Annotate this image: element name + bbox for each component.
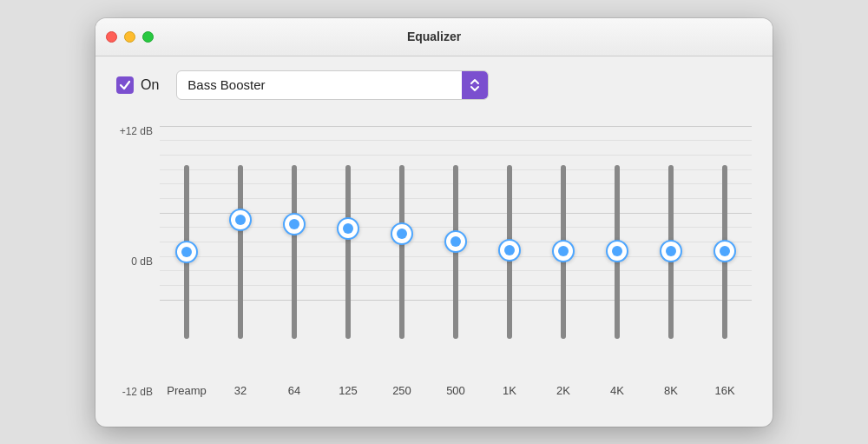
thumb-inner-500	[450, 236, 461, 247]
slider-col-4K: 4K	[590, 117, 644, 406]
minimize-button[interactable]	[124, 31, 135, 43]
preset-arrow-button[interactable]	[462, 71, 488, 99]
preset-value: Bass Booster	[177, 72, 462, 97]
slider-track-32[interactable]	[238, 165, 243, 339]
equalizer-area: +12 dB 0 dB -12 dB	[116, 117, 752, 406]
equalizer-window: Equalizer On Bass Booster	[95, 18, 773, 427]
preamp-thumb-inner	[181, 247, 192, 257]
slider-track-16K[interactable]	[722, 165, 727, 339]
slider-track-1K[interactable]	[507, 165, 512, 339]
preamp-label: Preamp	[167, 384, 207, 397]
slider-col-500: 500	[429, 117, 483, 406]
preamp-slider-thumb[interactable]	[175, 241, 198, 263]
thumb-inner-250	[397, 229, 407, 239]
slider-thumb-500[interactable]	[444, 230, 467, 253]
titlebar: Equalizer	[95, 18, 773, 56]
slider-track-container-16K	[698, 126, 752, 379]
slider-col-64: 64	[267, 117, 321, 406]
checkbox-box[interactable]	[116, 76, 134, 94]
slider-track-container-125	[321, 126, 375, 379]
slider-track-container-500	[429, 126, 483, 379]
slider-track-8K[interactable]	[668, 165, 674, 339]
slider-col-8K: 8K	[644, 117, 698, 406]
thumb-inner-8K	[666, 246, 676, 256]
slider-thumb-1K[interactable]	[498, 239, 521, 262]
close-button[interactable]	[106, 31, 117, 43]
db-label-top: +12 dB	[120, 126, 153, 136]
db-axis: +12 dB 0 dB -12 dB	[116, 117, 160, 406]
slider-track-2K[interactable]	[561, 165, 566, 339]
preamp-slider-track[interactable]	[184, 165, 189, 339]
slider-col-1K: 1K	[483, 117, 536, 406]
freq-label-2K: 2K	[556, 384, 570, 397]
slider-track-container-64	[267, 126, 321, 379]
slider-thumb-250[interactable]	[391, 222, 413, 245]
window-title: Equalizer	[407, 30, 461, 43]
slider-col-2K: 2K	[536, 117, 590, 406]
freq-label-16K: 16K	[714, 384, 734, 397]
thumb-inner-4K	[612, 246, 622, 256]
sliders-container: Preamp 32 64	[160, 117, 752, 406]
checkmark-icon	[119, 79, 131, 91]
freq-label-4K: 4K	[610, 384, 624, 397]
slider-col-250: 250	[375, 117, 429, 406]
slider-track-container-1K	[483, 126, 536, 379]
slider-thumb-2K[interactable]	[552, 240, 575, 262]
slider-col-32: 32	[214, 117, 267, 406]
thumb-inner-32	[235, 215, 246, 225]
slider-track-4K[interactable]	[615, 165, 620, 339]
slider-track-64[interactable]	[292, 165, 297, 339]
content-area: On Bass Booster +12 dB 0 dB -12	[95, 56, 773, 427]
slider-track-500[interactable]	[453, 165, 458, 339]
slider-col-125: 125	[321, 117, 375, 406]
thumb-inner-1K	[504, 245, 515, 255]
freq-label-250: 250	[392, 384, 411, 397]
freq-label-8K: 8K	[664, 384, 678, 397]
freq-label-64: 64	[288, 384, 300, 397]
slider-thumb-16K[interactable]	[713, 240, 736, 262]
slider-thumb-32[interactable]	[229, 209, 252, 231]
top-bar: On Bass Booster	[116, 70, 752, 100]
slider-col-16K: 16K	[698, 117, 752, 406]
slider-thumb-4K[interactable]	[606, 240, 628, 262]
traffic-lights	[106, 31, 154, 43]
db-label-bottom: -12 dB	[122, 387, 153, 397]
slider-thumb-125[interactable]	[337, 217, 359, 240]
slider-track-container-250	[375, 126, 429, 379]
on-checkbox[interactable]: On	[116, 76, 159, 94]
on-label: On	[141, 77, 159, 93]
slider-track-125[interactable]	[345, 165, 351, 339]
slider-thumb-8K[interactable]	[660, 240, 682, 262]
db-labels-and-sliders: +12 dB 0 dB -12 dB	[116, 117, 752, 406]
freq-label-32: 32	[234, 384, 247, 397]
chevron-updown-icon	[469, 78, 481, 92]
slider-track-container-8K	[644, 126, 698, 379]
freq-label-500: 500	[446, 384, 465, 397]
slider-track-container-32	[214, 126, 267, 379]
thumb-inner-2K	[558, 246, 569, 256]
db-label-middle: 0 dB	[131, 256, 153, 267]
preset-dropdown[interactable]: Bass Booster	[176, 70, 489, 100]
slider-track-container-4K	[590, 126, 644, 379]
slider-track-container-2K	[536, 126, 590, 379]
freq-label-1K: 1K	[503, 384, 516, 397]
preamp-slider-track-container	[160, 126, 214, 379]
thumb-inner-64	[289, 219, 299, 229]
thumb-inner-16K	[720, 246, 730, 256]
slider-track-250[interactable]	[399, 165, 404, 339]
thumb-inner-125	[343, 223, 353, 234]
maximize-button[interactable]	[142, 31, 154, 43]
freq-label-125: 125	[339, 384, 358, 397]
slider-thumb-64[interactable]	[283, 213, 306, 235]
preamp-slider-col: Preamp	[160, 117, 214, 406]
